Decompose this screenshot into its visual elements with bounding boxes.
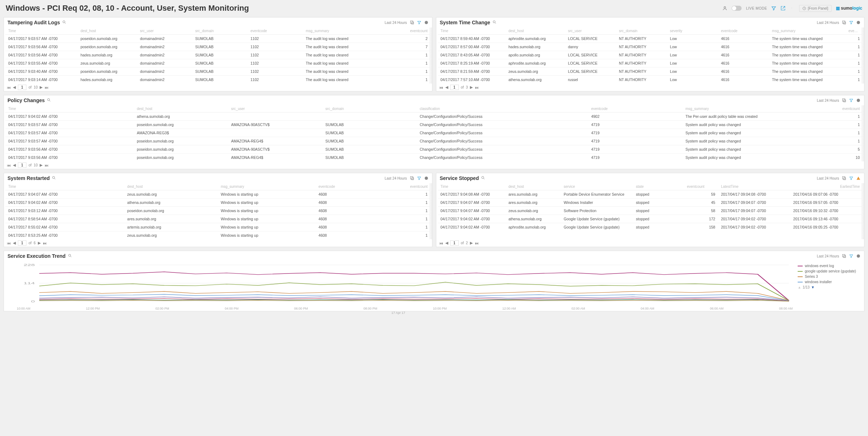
table-row[interactable]: 04/17/2017 9:04:08 AM -0700ares.sumolab.… — [438, 190, 863, 199]
col-header[interactable]: msg_summary — [769, 27, 846, 35]
table-row[interactable]: 04/17/2017 9:03:56 AM -0700poseidon.sumo… — [5, 145, 863, 154]
info-icon[interactable] — [856, 20, 861, 25]
table-row[interactable]: 04/17/2017 9:03:57 AM -0700poseidon.sumo… — [5, 35, 431, 43]
col-header[interactable]: dest_host — [506, 183, 561, 190]
col-header[interactable]: dest_host — [134, 105, 228, 112]
col-header[interactable]: eventcode — [718, 27, 769, 35]
info-icon[interactable] — [856, 254, 861, 258]
pager-next-icon[interactable]: ▶ — [38, 241, 41, 245]
magnify-icon[interactable] — [52, 175, 56, 181]
table-row[interactable]: 04/17/2017 9:04:02 AM -0700athena.sumola… — [5, 112, 863, 121]
col-header[interactable]: dest_host — [77, 27, 137, 35]
col-header[interactable]: src_user — [565, 27, 616, 35]
col-header[interactable]: Time — [438, 183, 506, 190]
col-header[interactable]: Time — [5, 183, 124, 190]
legend-next-icon[interactable]: ▼ — [811, 285, 814, 289]
table-row[interactable]: 04/17/2017 8:43:05 AM -0700apollo.sumola… — [438, 51, 863, 59]
table-row[interactable]: 04/17/2017 8:57:00 AM -0700hades.sumolab… — [438, 43, 863, 51]
table-row[interactable]: 04/17/2017 9:04:02 AM -0700athena.sumola… — [438, 215, 863, 223]
table-row[interactable]: 04/17/2017 8:58:54 AM -0700ares.sumolab.… — [5, 215, 431, 223]
table-row[interactable]: 04/17/2017 9:03:12 AM -0700poseidon.sumo… — [5, 207, 431, 215]
col-header[interactable]: src_domain — [192, 27, 248, 35]
table-row[interactable]: 04/17/2017 9:03:55 AM -0700zeus.sumolab.… — [5, 59, 431, 67]
table-row[interactable]: 04/17/2017 9:03:56 AM -0700hades.sumolab… — [5, 51, 431, 59]
col-header[interactable]: eventcount — [401, 27, 430, 35]
col-header[interactable]: service — [561, 183, 633, 190]
col-header[interactable]: dest_host — [506, 27, 565, 35]
popout-icon[interactable] — [842, 254, 846, 258]
pager-first-icon[interactable]: ⏮ — [7, 85, 11, 90]
col-header[interactable]: eventcount — [401, 183, 430, 190]
legend-pager[interactable]: ▲ 1/13 ▼ — [798, 285, 862, 289]
user-icon[interactable] — [722, 6, 727, 11]
pager-prev-icon[interactable]: ◀ — [445, 241, 448, 245]
table-row[interactable]: 04/17/2017 9:03:57 AM -0700poseidon.sumo… — [5, 137, 863, 145]
warning-icon[interactable] — [856, 176, 861, 180]
pager-next-icon[interactable]: ▶ — [470, 85, 473, 90]
magnify-icon[interactable] — [68, 253, 72, 259]
popout-icon[interactable] — [410, 20, 414, 25]
more-icon[interactable] — [790, 6, 795, 11]
filter-icon[interactable] — [417, 20, 421, 25]
pager-page-input[interactable] — [450, 85, 459, 90]
col-header[interactable]: classification — [417, 105, 588, 112]
popout-icon[interactable] — [410, 176, 414, 180]
magnify-icon[interactable] — [47, 97, 51, 103]
table-row[interactable]: 04/17/2017 9:04:07 AM -0700zeus.sumolab.… — [5, 190, 431, 199]
col-header[interactable]: src_domain — [322, 105, 417, 112]
pager-next-icon[interactable]: ▶ — [470, 241, 473, 245]
pager-last-icon[interactable]: ⏭ — [45, 85, 49, 90]
table-row[interactable]: 04/17/2017 8:21:59 AM -0700zeus.sumolab.… — [438, 67, 863, 76]
table-row[interactable]: 04/17/2017 8:59:40 AM -0700aphrodite.sum… — [438, 35, 863, 43]
col-header[interactable]: dest_host — [124, 183, 218, 190]
col-header[interactable]: msg_summary — [683, 105, 837, 112]
magnify-icon[interactable] — [62, 20, 66, 25]
pager-last-icon[interactable]: ⏭ — [475, 241, 479, 245]
table-row[interactable]: 04/17/2017 9:04:07 AM -0700zeus.sumolab.… — [438, 207, 863, 215]
col-header[interactable]: msg_summary — [218, 183, 316, 190]
pager-page-input[interactable] — [18, 85, 26, 90]
filter-icon[interactable] — [849, 98, 853, 102]
table-row[interactable]: 04/17/2017 7:57:10 AM -0700athena.sumola… — [438, 76, 863, 84]
pager-first-icon[interactable]: ⏮ — [7, 241, 11, 245]
livemode-toggle[interactable] — [732, 6, 742, 11]
pager-first-icon[interactable]: ⏮ — [7, 163, 11, 167]
table-row[interactable]: 04/17/2017 8:25:19 AM -0700aphrodite.sum… — [438, 59, 863, 67]
col-header[interactable]: LatestTime — [718, 183, 790, 190]
pager-prev-icon[interactable]: ◀ — [13, 241, 16, 245]
legend-item[interactable]: windows event log — [798, 264, 862, 268]
popout-icon[interactable] — [842, 20, 846, 25]
table-row[interactable]: 04/17/2017 9:03:56 AM -0700poseidon.sumo… — [5, 43, 431, 51]
filter-icon[interactable] — [849, 176, 853, 180]
info-icon[interactable] — [856, 98, 861, 102]
pager-page-input[interactable] — [18, 240, 26, 246]
pager-first-icon[interactable]: ⏮ — [439, 85, 443, 90]
table-row[interactable]: 04/17/2017 9:03:56 AM -0700poseidon.sumo… — [5, 154, 863, 162]
col-header[interactable]: EarliestTime — [791, 183, 863, 190]
share-icon[interactable] — [781, 6, 786, 11]
col-header[interactable]: Time — [5, 105, 134, 112]
table-row[interactable]: 04/17/2017 9:04:07 AM -0700ares.sumolab.… — [438, 199, 863, 207]
pager-page-input[interactable] — [450, 240, 459, 246]
col-header[interactable]: state — [633, 183, 684, 190]
col-header[interactable]: Time — [438, 27, 506, 35]
col-header[interactable]: Time — [5, 27, 77, 35]
magnify-icon[interactable] — [492, 20, 497, 25]
table-row[interactable]: 04/17/2017 8:55:02 AM -0700artemis.sumol… — [5, 223, 431, 231]
col-header[interactable]: eventcount — [684, 183, 718, 190]
table-row[interactable]: 04/17/2017 9:03:57 AM -0700poseidon.sumo… — [5, 121, 863, 129]
col-header[interactable]: src_domain — [616, 27, 667, 35]
filter-icon[interactable] — [771, 6, 776, 11]
pager-last-icon[interactable]: ⏭ — [475, 85, 479, 90]
popout-icon[interactable] — [842, 98, 846, 102]
col-header[interactable]: src_user — [228, 105, 322, 112]
pager-first-icon[interactable]: ⏮ — [439, 241, 443, 245]
col-header[interactable]: eventcount — [837, 105, 863, 112]
info-icon[interactable] — [424, 176, 428, 180]
pager-page-input[interactable] — [18, 162, 26, 168]
pager-last-icon[interactable]: ⏭ — [43, 241, 47, 245]
table-row[interactable]: 04/17/2017 9:04:02 AM -0700athena.sumola… — [5, 199, 431, 207]
filter-icon[interactable] — [849, 20, 853, 25]
col-header[interactable]: eventcode — [248, 27, 303, 35]
pager-prev-icon[interactable]: ◀ — [445, 85, 448, 90]
